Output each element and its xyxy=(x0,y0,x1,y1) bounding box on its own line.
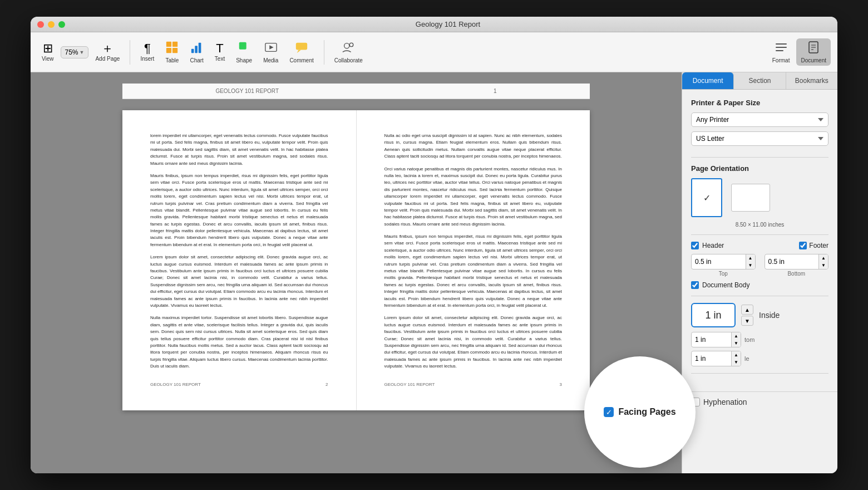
svg-rect-4 xyxy=(191,49,194,53)
minimize-button[interactable] xyxy=(48,21,55,28)
chart-button[interactable]: Chart xyxy=(185,38,208,66)
page2-footer-text: GEOLOGY 101 REPORT xyxy=(150,381,201,389)
hyphenation-label: Hyphenation xyxy=(703,398,747,406)
facing-pages-checkbox[interactable]: ✓ xyxy=(604,407,614,417)
tab-section[interactable]: Section xyxy=(734,72,786,89)
title-bar: Geology 101 Report xyxy=(31,17,837,32)
printer-size-section-title: Printer & Paper Size xyxy=(691,99,828,107)
close-button[interactable] xyxy=(37,21,44,28)
right-margin-down[interactable]: ▼ xyxy=(732,340,741,347)
left-para-2: Mauris finibus, ipsum non tempus imperdi… xyxy=(150,173,328,248)
page-left: lorem imperdiet mi ullamcorper, eget ven… xyxy=(122,110,357,410)
bottom-margin-up[interactable]: ▲ xyxy=(732,351,741,359)
format-button[interactable]: Format xyxy=(768,38,795,66)
inside-stepper-down[interactable]: ▼ xyxy=(741,316,753,326)
separator-4 xyxy=(691,373,828,374)
right-margin-input-row: ▲ ▼ xyxy=(691,332,741,347)
tab-document[interactable]: Document xyxy=(682,72,734,89)
header-checkbox-label: Header xyxy=(702,242,724,249)
toolbar: ⊞ View 75% ▼ ＋ Add Page ¶ Insert xyxy=(31,32,837,72)
right-margin-label: tom xyxy=(744,336,754,343)
facing-pages-row: ✓ Facing Pages xyxy=(604,407,675,417)
page3-number: 3 xyxy=(560,381,562,389)
panel-content: Printer & Paper Size Any Printer Letter … xyxy=(682,90,837,389)
comment-button[interactable]: Comment xyxy=(285,38,318,66)
table-icon xyxy=(165,41,179,56)
media-icon xyxy=(264,41,278,56)
facing-pages-label: Facing Pages xyxy=(618,407,675,417)
orientation-boxes: ✓ xyxy=(691,178,828,217)
svg-marker-11 xyxy=(297,50,301,53)
svg-rect-7 xyxy=(239,42,246,50)
portrait-orientation[interactable]: ✓ xyxy=(691,178,722,217)
header-measure-item: ▲ ▼ Top xyxy=(691,254,756,277)
svg-rect-3 xyxy=(172,48,177,53)
document-button[interactable]: Document xyxy=(796,38,831,66)
footer-stepper-down[interactable]: ▼ xyxy=(819,262,828,269)
collaborate-button[interactable]: Collaborate xyxy=(330,38,367,66)
view-button[interactable]: ⊞ View xyxy=(37,40,58,64)
orientation-check-icon: ✓ xyxy=(703,193,711,203)
footer-input-row: ▲ ▼ xyxy=(765,254,829,270)
header-checkbox[interactable] xyxy=(691,242,699,249)
text-icon: T xyxy=(216,42,223,55)
traffic-lights xyxy=(37,21,65,28)
chart-icon xyxy=(190,41,204,56)
doc-body-checkbox[interactable] xyxy=(691,281,699,289)
right-para-2: Orci varius natoque penatibus et magnis … xyxy=(384,166,563,228)
zoom-value: 75% xyxy=(65,48,78,56)
document-label: Document xyxy=(801,57,826,63)
header-text: GEOLOGY 101 REPORT xyxy=(215,88,278,94)
header-input-row: ▲ ▼ xyxy=(691,254,756,270)
page3-footer-text: GEOLOGY 101 REPORT xyxy=(384,381,435,389)
chart-label: Chart xyxy=(190,57,203,63)
footer-checkbox[interactable] xyxy=(799,242,807,249)
bottom-margin-down[interactable]: ▼ xyxy=(732,359,741,366)
doc-body-label: Document Body xyxy=(702,281,749,289)
svg-point-13 xyxy=(350,43,353,46)
insert-icon: ¶ xyxy=(144,42,151,55)
bottom-margin-input[interactable] xyxy=(692,352,731,365)
left-para-1: lorem imperdiet mi ullamcorper, eget ven… xyxy=(150,133,328,167)
footer-measure-item: ▲ ▼ Bottom xyxy=(765,254,829,277)
footer-input[interactable] xyxy=(765,256,819,268)
add-page-icon: ＋ xyxy=(101,42,114,55)
page-right: Nulla ac odio eget urna suscipit digniss… xyxy=(357,110,590,410)
add-page-label: Add Page xyxy=(95,56,120,62)
inside-stepper: ▲ ▼ xyxy=(741,305,753,326)
landscape-orientation[interactable] xyxy=(731,184,770,212)
insert-button[interactable]: ¶ Insert xyxy=(136,40,159,64)
add-page-button[interactable]: ＋ Add Page xyxy=(91,40,124,64)
maximize-button[interactable] xyxy=(58,21,65,28)
header-stepper-up[interactable]: ▲ xyxy=(746,254,755,262)
collaborate-label: Collaborate xyxy=(334,57,363,63)
shape-button[interactable]: Shape xyxy=(231,38,257,66)
header-input[interactable] xyxy=(692,256,746,268)
footer-stepper-up[interactable]: ▲ xyxy=(819,254,828,262)
view-icon: ⊞ xyxy=(43,42,53,55)
doc-body-checkbox-row: Document Body xyxy=(691,281,828,289)
table-button[interactable]: Table xyxy=(161,38,183,66)
right-margin-input[interactable] xyxy=(692,334,731,346)
separator-3 xyxy=(691,296,828,296)
toolbar-separator-1 xyxy=(130,40,130,65)
collaborate-icon xyxy=(342,41,355,56)
paper-select[interactable]: US Letter A4 Legal xyxy=(691,131,828,146)
table-label: Table xyxy=(165,57,179,63)
toolbar-right: Format Document xyxy=(768,38,831,66)
header-stepper: ▲ ▼ xyxy=(746,254,755,269)
printer-select[interactable]: Any Printer Letter Legal xyxy=(691,112,828,127)
separator-1 xyxy=(691,157,828,158)
inside-stepper-up[interactable]: ▲ xyxy=(741,305,753,315)
text-button[interactable]: T Text xyxy=(210,40,229,64)
right-margin-row: ▲ ▼ tom xyxy=(691,332,828,347)
right-margin-up[interactable]: ▲ xyxy=(732,332,741,340)
zoom-control[interactable]: 75% ▼ xyxy=(61,46,89,58)
header-stepper-down[interactable]: ▼ xyxy=(746,262,755,269)
zoom-arrow-icon: ▼ xyxy=(80,50,85,55)
inside-value-box[interactable]: 1 in xyxy=(691,303,736,327)
media-button[interactable]: Media xyxy=(259,38,283,66)
tab-bookmarks[interactable]: Bookmarks xyxy=(786,72,837,89)
panel-tabs: Document Section Bookmarks xyxy=(682,72,837,90)
text-label: Text xyxy=(215,56,225,62)
